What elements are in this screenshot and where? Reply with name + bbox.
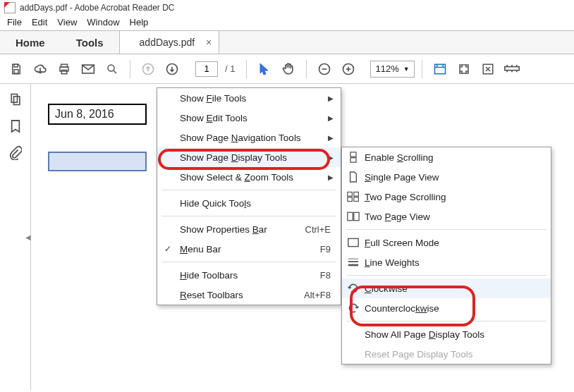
context-menu-toolbars: Show File Tools ▶ Show Edit Tools ▶ Show… (157, 87, 341, 305)
svg-rect-27 (348, 261, 358, 262)
separator (161, 190, 336, 190)
menu-show-file-tools[interactable]: Show File Tools ▶ (157, 88, 341, 108)
line-weights-icon (346, 257, 360, 267)
svg-rect-25 (348, 238, 358, 246)
submenu-two-page-scrolling[interactable]: Two Page Scrolling (342, 187, 551, 207)
menu-edit[interactable]: Edit (32, 17, 47, 27)
submenu-arrow-icon: ▶ (328, 114, 334, 122)
rotate-cw-icon (346, 283, 360, 294)
mail-icon[interactable] (78, 59, 99, 80)
check-icon: ✓ (164, 244, 171, 254)
hand-tool-icon[interactable] (278, 59, 299, 80)
date-field: Jun 8, 2016 (48, 104, 147, 125)
app-icon (4, 2, 16, 13)
svg-rect-16 (13, 97, 19, 105)
menu-hide-quick-tools[interactable]: Hide Quick Tools (157, 193, 341, 213)
zoom-out-icon[interactable] (314, 59, 335, 80)
window-title: addDays.pdf - Adobe Acrobat Reader DC (20, 3, 174, 13)
submenu-single-page[interactable]: Single Page View (342, 167, 551, 187)
submenu-arrow-icon: ▶ (328, 173, 334, 181)
menu-help[interactable]: Help (130, 17, 149, 27)
fit-page-icon[interactable] (453, 59, 475, 80)
page-number-input[interactable] (195, 61, 218, 77)
menu-bar: File Edit View Window Help (0, 16, 574, 30)
svg-rect-0 (14, 64, 18, 67)
sidebar: ◀ (0, 84, 31, 390)
menu-hide-toolbars[interactable]: Hide Toolbars F8 (157, 265, 341, 285)
zoom-in-icon[interactable] (338, 59, 359, 80)
separator (161, 216, 336, 216)
separator (346, 275, 546, 276)
svg-rect-17 (350, 152, 356, 157)
separator (306, 60, 307, 78)
svg-rect-22 (354, 197, 359, 202)
submenu-reset-display-tools: Reset Page Display Tools (342, 344, 551, 364)
shortcut-label: Ctrl+E (305, 224, 331, 235)
svg-rect-26 (348, 259, 358, 259)
title-bar: addDays.pdf - Adobe Acrobat Reader DC (0, 0, 574, 16)
cloud-icon[interactable] (30, 59, 51, 80)
submenu-page-display: Enable Scrolling Single Page View Two Pa… (341, 147, 551, 365)
submenu-two-page-view[interactable]: Two Page View (342, 207, 551, 226)
submenu-full-screen[interactable]: Full Screen Mode (342, 233, 551, 252)
separator (161, 262, 336, 262)
page-down-icon[interactable] (161, 59, 183, 80)
thumbnails-icon[interactable] (8, 92, 23, 106)
menu-file[interactable]: File (7, 17, 22, 27)
svg-rect-23 (348, 212, 353, 220)
svg-rect-24 (354, 212, 359, 220)
menu-show-select-zoom-tools[interactable]: Show Select & Zoom Tools ▶ (157, 167, 341, 187)
read-mode-icon[interactable] (501, 59, 523, 80)
menu-reset-toolbars[interactable]: Reset Toolbars Alt+F8 (157, 285, 341, 305)
page-total: / 1 (225, 63, 235, 74)
submenu-clockwise[interactable]: Clockwise (342, 278, 551, 298)
svg-rect-20 (354, 192, 359, 196)
submenu-show-all-display-tools[interactable]: Show All Page Display Tools (342, 324, 551, 344)
tab-home[interactable]: Home (0, 31, 61, 54)
tabs-row: Home Tools addDays.pdf × (0, 30, 574, 54)
shortcut-label: F8 (320, 270, 331, 281)
menu-show-page-nav-tools[interactable]: Show Page Navigation Tools ▶ (157, 128, 341, 147)
submenu-arrow-icon: ▶ (328, 154, 334, 161)
bookmark-icon[interactable] (10, 119, 21, 133)
svg-rect-12 (460, 65, 468, 73)
selected-field[interactable] (48, 152, 147, 171)
svg-point-6 (108, 65, 114, 71)
fit-width-icon[interactable] (429, 59, 451, 80)
zoom-dropdown[interactable]: 112% ▼ (370, 61, 414, 78)
svg-rect-21 (348, 197, 353, 202)
tab-tools[interactable]: Tools (61, 31, 119, 54)
menu-show-edit-tools[interactable]: Show Edit Tools ▶ (157, 108, 341, 128)
tab-file[interactable]: addDays.pdf × (119, 31, 220, 54)
save-icon[interactable] (6, 59, 27, 80)
submenu-line-weights[interactable]: Line Weights (342, 252, 551, 272)
separator (346, 229, 546, 230)
svg-rect-28 (348, 264, 358, 267)
select-tool-icon[interactable] (254, 59, 275, 80)
submenu-counterclockwise[interactable]: Counterclockwise (342, 298, 551, 318)
close-tab-icon[interactable]: × (206, 37, 212, 48)
single-page-icon (346, 171, 360, 183)
tab-file-label: addDays.pdf (140, 37, 195, 48)
submenu-enable-scrolling[interactable]: Enable Scrolling (342, 147, 551, 167)
separator (346, 321, 546, 321)
collapse-sidebar-icon[interactable]: ◀ (25, 233, 31, 241)
shortcut-label: F9 (320, 244, 331, 255)
fit-visible-icon[interactable] (477, 59, 499, 80)
menu-show-page-display-tools[interactable]: Show Page Display Tools ▶ (157, 147, 341, 167)
shortcut-label: Alt+F8 (304, 290, 331, 300)
svg-rect-19 (348, 192, 353, 196)
submenu-arrow-icon: ▶ (328, 134, 334, 142)
chevron-down-icon: ▼ (403, 66, 410, 73)
toolbar: / 1 112% ▼ (0, 54, 574, 84)
submenu-arrow-icon: ▶ (328, 94, 334, 102)
menu-properties-bar[interactable]: Show Properties Bar Ctrl+E (157, 219, 341, 239)
attachment-icon[interactable] (9, 146, 22, 160)
print-icon[interactable] (54, 59, 75, 80)
search-icon[interactable] (102, 59, 123, 80)
menu-view[interactable]: View (57, 17, 77, 27)
zoom-value: 112% (375, 63, 398, 74)
menu-window[interactable]: Window (87, 17, 119, 27)
page-up-icon[interactable] (138, 59, 159, 80)
menu-menu-bar[interactable]: ✓ Menu Bar F9 (157, 239, 341, 259)
